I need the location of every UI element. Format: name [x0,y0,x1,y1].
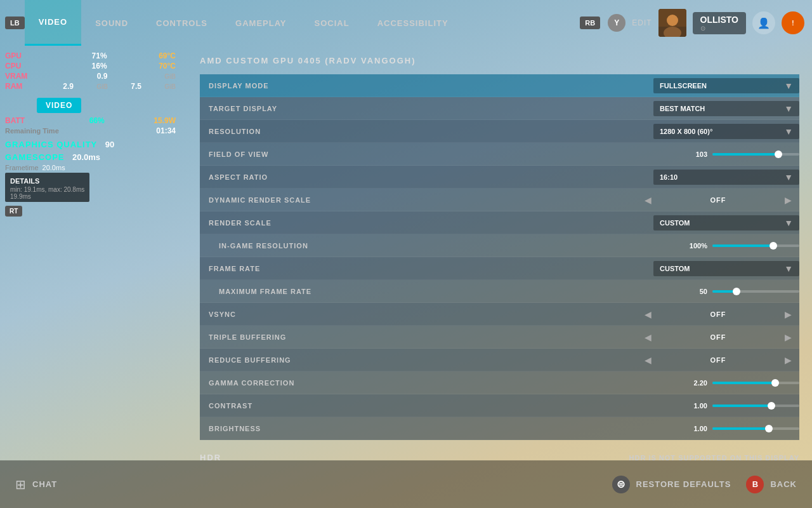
slider-thumb-maximum_frame_rate [733,288,740,295]
slider-track-contrast[interactable] [712,404,799,407]
slider-container-gamma_correction: 2.20 [682,379,799,387]
slider-container-in_game_resolution: 100% [682,242,799,250]
vram-value: 0.9 [97,72,108,81]
slider-fill-field_of_view [712,153,778,156]
tab-accessibility[interactable]: ACCESSIBILITY [363,0,462,46]
rt-icon: RT [5,206,22,217]
settings-row-resolution: RESOLUTION1280 X 800 (60)°▼ [200,120,799,143]
dropdown-value-render_scale: CUSTOM [660,219,690,227]
frametime-row: Frametime 20.0ms [5,164,176,171]
label-aspect_ratio: ASPECT RATIO [200,173,653,181]
toggle-left-triple_buffering[interactable]: ◀ [641,332,655,342]
hdr-title: HDR [200,453,221,460]
toggle-value-dynamic_render_scale: OFF [710,196,726,204]
label-reduce_buffering: REDUCE BUFFERING [200,356,641,364]
label-gamma_correction: GAMMA CORRECTION [200,379,682,387]
slider-track-maximum_frame_rate[interactable] [712,290,799,293]
label-contrast: CONTRAST [200,402,682,410]
ram-unit: GiB [96,83,108,90]
nav-right-section: Y EDIT OLLISTO ⊙ 👤 ! [608,9,804,37]
slider-container-contrast: 1.00 [682,402,799,410]
label-target_display: TARGET DISPLAY [200,105,653,112]
lb-button[interactable]: LB [5,17,25,29]
settings-row-triple_buffering: TRIPLE BUFFERING ◀ OFF ▶ [200,326,799,349]
gfx-quality-row: GRAPHICS QUALITY 90 [5,138,176,150]
back-action[interactable]: B BACK [746,476,797,493]
label-dynamic_render_scale: DYNAMIC RENDER SCALE [200,196,641,204]
settings-row-gamma_correction: GAMMA CORRECTION 2.20 [200,371,799,394]
slider-thumb-field_of_view [775,150,782,158]
slider-value-gamma_correction: 2.20 [682,379,707,387]
tab-controls[interactable]: CONTROLS [142,0,221,46]
dropdown-arrow-render_scale: ▼ [784,218,793,228]
dropdown-value-aspect_ratio: 16:10 [660,173,678,181]
vram-unit: GiB [164,73,176,80]
frametime-range: min: 19.1ms, max: 20.8ms [10,186,84,193]
top-navigation: LB VIDEO SOUND CONTROLS GAMEPLAY SOCIAL … [0,0,812,46]
label-resolution: RESOLUTION [200,128,653,135]
dropdown-render_scale[interactable]: CUSTOM▼ [653,215,799,231]
tab-video[interactable]: VIDEO [25,0,81,46]
profile-icon[interactable]: 👤 [752,11,775,34]
toggle-right-vsync[interactable]: ▶ [781,309,796,319]
label-vsync: VSYNC [200,311,641,318]
gfx-quality-value: 90 [105,140,114,149]
tab-gameplay[interactable]: GAMEPLAY [221,0,300,46]
toggle-right-reduce_buffering[interactable]: ▶ [781,355,796,365]
toggle-left-dynamic_render_scale[interactable]: ◀ [641,195,655,205]
toggle-left-vsync[interactable]: ◀ [641,309,655,319]
dropdown-arrow-display_mode: ▼ [784,81,793,91]
ram-label: RAM [5,82,40,91]
bottom-bar: ⊞ CHAT ⊜ RESTORE DEFAULTS B BACK [0,460,812,508]
frametime-p-value: 19.9ms [10,193,84,200]
dropdown-display_mode[interactable]: FULLSCREEN▼ [653,78,799,93]
vram-row: VRAM 0.9 GiB [5,71,176,81]
dropdown-value-target_display: BEST MATCH [660,105,705,112]
toggle-vsync: ◀ OFF ▶ [641,309,799,319]
dropdown-aspect_ratio[interactable]: 16:10▼ [653,170,799,185]
edit-label: EDIT [632,18,652,27]
notification-icon[interactable]: ! [782,11,804,34]
username-box: OLLISTO ⊙ [693,12,746,34]
slider-fill-gamma_correction [712,382,775,384]
username-text: OLLISTO [700,15,738,25]
settings-row-brightness: BRIGHTNESS 1.00 [200,417,799,440]
slider-track-brightness[interactable] [712,427,799,430]
cpu-row: CPU 16% 70°C [5,61,176,71]
toggle-left-reduce_buffering[interactable]: ◀ [641,355,655,365]
tab-social[interactable]: SOCIAL [301,0,363,46]
chat-action[interactable]: ⊞ CHAT [15,477,57,492]
settings-row-contrast: CONTRAST 1.00 [200,394,799,417]
toggle-right-dynamic_render_scale[interactable]: ▶ [781,195,796,205]
dropdown-arrow-resolution: ▼ [784,126,793,137]
settings-row-reduce_buffering: REDUCE BUFFERING ◀ OFF ▶ [200,349,799,371]
dropdown-frame_rate[interactable]: CUSTOM▼ [653,261,799,276]
toggle-right-triple_buffering[interactable]: ▶ [781,332,796,342]
rb-button[interactable]: RB [580,17,600,29]
slider-thumb-contrast [768,402,775,410]
restore-icon: ⊜ [612,476,630,493]
dropdown-arrow-frame_rate: ▼ [784,264,793,274]
batt-value: 66% [89,116,105,125]
cpu-label: CPU [5,62,40,70]
toggle-reduce_buffering: ◀ OFF ▶ [641,355,799,365]
slider-value-brightness: 1.00 [682,425,707,432]
toggle-triple_buffering: ◀ OFF ▶ [641,332,799,342]
toggle-value-triple_buffering: OFF [710,333,726,341]
settings-row-vsync: VSYNC ◀ OFF ▶ [200,303,799,326]
slider-thumb-gamma_correction [771,379,779,387]
dropdown-resolution[interactable]: 1280 X 800 (60)°▼ [653,124,799,139]
slider-value-field_of_view: 103 [682,150,707,158]
settings-row-render_scale: RENDER SCALECUSTOM▼ [200,211,799,234]
slider-track-gamma_correction[interactable] [712,382,799,384]
y-button[interactable]: Y [608,14,625,32]
restore-defaults-action[interactable]: ⊜ RESTORE DEFAULTS [612,476,731,493]
label-brightness: BRIGHTNESS [200,425,682,432]
slider-track-field_of_view[interactable] [712,153,799,156]
slider-track-in_game_resolution[interactable] [712,244,799,247]
label-render_scale: RENDER SCALE [200,219,653,227]
back-label: BACK [770,479,797,489]
tab-sound[interactable]: SOUND [81,0,142,46]
dropdown-target_display[interactable]: BEST MATCH▼ [653,101,799,116]
ram-row: RAM 2.9 GiB 7.5 GiB [5,81,176,91]
